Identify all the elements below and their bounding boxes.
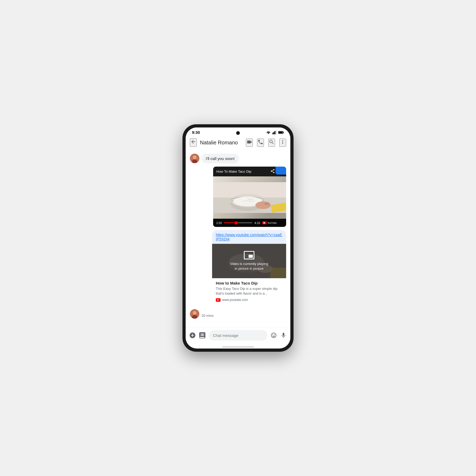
message-input[interactable] bbox=[209, 330, 267, 341]
svg-rect-3 bbox=[276, 131, 276, 134]
progress-dot bbox=[235, 221, 238, 225]
incoming-message: I'll call you soon! bbox=[190, 154, 286, 163]
svg-rect-5 bbox=[283, 132, 284, 133]
chat-area: I'll call you soon! How To Make Taco Dip bbox=[186, 149, 290, 327]
outgoing-with-avatar: 20 mins bbox=[190, 309, 286, 319]
camera-notch bbox=[236, 131, 240, 135]
pip-text-line2: in picture in picture bbox=[230, 266, 268, 271]
pip-text-line1: Video is currently playing bbox=[230, 262, 268, 266]
battery-icon bbox=[278, 131, 284, 134]
mic-button[interactable] bbox=[280, 331, 287, 340]
search-button[interactable] bbox=[268, 139, 275, 147]
youtube-link[interactable]: https://www.youtube.com/watch?v=zaaEIP5X… bbox=[212, 230, 286, 244]
svg-rect-0 bbox=[272, 132, 273, 134]
video-time-total: 4:10 bbox=[254, 221, 260, 225]
video-player-title: How To Make Taco Dip bbox=[216, 170, 251, 173]
sender-avatar bbox=[190, 309, 199, 319]
avatar bbox=[190, 154, 199, 163]
progress-bar[interactable] bbox=[224, 222, 252, 223]
sticker-button[interactable] bbox=[199, 331, 206, 340]
pip-icon-inner bbox=[249, 255, 253, 258]
pip-thumbnail[interactable]: Video is currently playing in picture in… bbox=[212, 244, 286, 278]
pip-source-url: www.youtube.com bbox=[222, 298, 248, 302]
svg-rect-26 bbox=[212, 244, 286, 278]
phone-screen: 9:30 bbox=[186, 127, 290, 349]
wifi-icon bbox=[266, 131, 271, 134]
more-options-button[interactable] bbox=[279, 139, 286, 147]
svg-point-18 bbox=[264, 202, 270, 205]
video-thumbnail[interactable] bbox=[213, 176, 286, 219]
svg-point-33 bbox=[203, 334, 204, 335]
video-player-container: How To Make Taco Dip bbox=[202, 167, 286, 227]
pip-video-title: How to Make Taco Dip bbox=[216, 281, 282, 285]
back-button[interactable] bbox=[190, 138, 197, 147]
video-header: How To Make Taco Dip bbox=[213, 167, 286, 176]
youtube-text: YouTube bbox=[267, 222, 277, 224]
svg-point-32 bbox=[201, 334, 202, 335]
top-bar: Natalie Romano bbox=[186, 136, 290, 149]
time-ago-label: 20 mins bbox=[202, 314, 214, 319]
status-time: 9:30 bbox=[192, 130, 200, 135]
svg-rect-2 bbox=[274, 131, 275, 134]
video-time-current: 2:02 bbox=[216, 221, 222, 225]
svg-point-30 bbox=[193, 312, 196, 314]
add-button[interactable] bbox=[189, 331, 196, 340]
time-ago-text: 20 mins bbox=[202, 314, 214, 318]
outgoing-message-content: https://www.youtube.com/watch?v=zaaEIP5X… bbox=[212, 230, 286, 306]
contact-avatar bbox=[190, 154, 199, 163]
youtube-icon bbox=[262, 221, 267, 224]
share-button[interactable] bbox=[270, 169, 275, 174]
pip-overlay-text: Video is currently playing in picture in… bbox=[230, 262, 268, 271]
pip-info: How to Make Taco Dip This Easy Taco Dip … bbox=[212, 278, 286, 306]
pip-source: www.youtube.com bbox=[216, 298, 282, 302]
video-controls: 2:02 4:10 YouTube bbox=[213, 219, 286, 227]
top-action-icons bbox=[246, 139, 286, 147]
fullscreen-button[interactable] bbox=[279, 220, 283, 225]
home-indicator bbox=[222, 346, 254, 347]
input-bar bbox=[186, 327, 290, 345]
message-bubble: I'll call you soon! bbox=[202, 154, 239, 163]
pip-icon bbox=[244, 251, 254, 259]
youtube-logo: YouTube bbox=[262, 221, 277, 224]
phone-device: 9:30 bbox=[182, 124, 294, 352]
status-icons bbox=[266, 131, 284, 134]
svg-point-10 bbox=[193, 156, 196, 159]
yt-source-icon bbox=[216, 298, 221, 302]
signal-icon bbox=[272, 131, 277, 134]
video-call-button[interactable] bbox=[246, 139, 253, 147]
video-player-card[interactable]: How To Make Taco Dip bbox=[213, 167, 286, 227]
emoji-button[interactable] bbox=[270, 331, 277, 340]
outgoing-message: https://www.youtube.com/watch?v=zaaEIP5X… bbox=[190, 230, 286, 306]
svg-rect-1 bbox=[273, 132, 274, 134]
pip-card[interactable]: Video is currently playing in picture in… bbox=[212, 244, 286, 306]
svg-rect-6 bbox=[278, 131, 283, 133]
pip-description: This Easy Taco Dip is a super simple dip… bbox=[216, 286, 282, 296]
svg-point-20 bbox=[240, 198, 248, 200]
phone-button[interactable] bbox=[257, 139, 264, 147]
contact-name: Natalie Romano bbox=[200, 140, 243, 146]
youtube-tab bbox=[276, 167, 286, 175]
